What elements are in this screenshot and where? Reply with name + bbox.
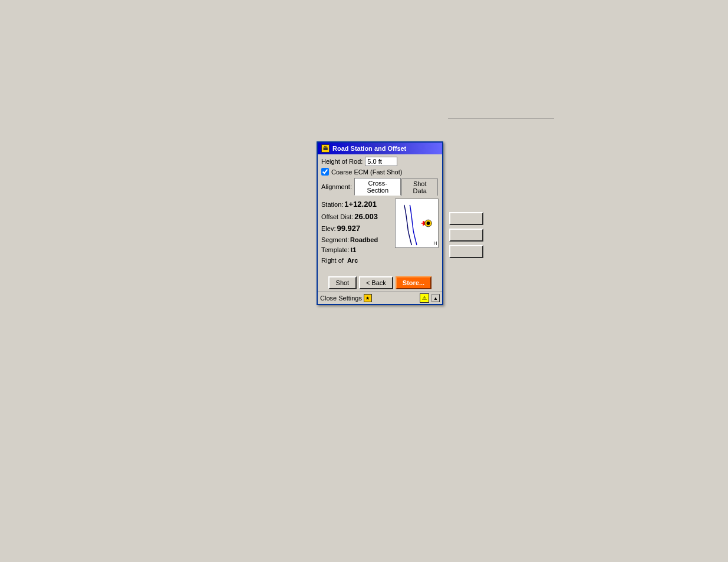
scroll-up-button[interactable]: ▲: [431, 294, 440, 302]
top-separator-line: [448, 118, 554, 118]
right-of-label: Right of: [321, 256, 344, 266]
coarse-ecm-row: Coarse ECM (Fast Shot): [321, 168, 439, 176]
dialog-body: Height of Rod: Coarse ECM (Fast Shot) Al…: [318, 154, 442, 274]
elev-value: 99.927: [337, 223, 360, 234]
segment-row: Segment: Roadbed: [321, 235, 393, 245]
svg-point-3: [427, 222, 430, 225]
svg-text:H: H: [433, 240, 437, 246]
store-button[interactable]: Store...: [396, 276, 431, 289]
right-of-row: Right of Arc: [321, 256, 393, 266]
settings-icon[interactable]: ★: [364, 294, 372, 302]
height-of-rod-input[interactable]: [365, 157, 397, 166]
dialog-title: Road Station and Offset: [332, 145, 406, 152]
station-row: Station: 1+12.201: [321, 199, 393, 210]
dialog-titlebar: 🏔 Road Station and Offset: [318, 143, 442, 154]
height-of-rod-label: Height of Rod:: [321, 158, 363, 165]
data-section: Station: 1+12.201 Offset Dist: 26.003 El…: [321, 199, 439, 266]
right-of-value: Arc: [347, 256, 358, 266]
template-label: Template:: [321, 245, 350, 255]
segment-label: Segment:: [321, 235, 349, 245]
data-fields: Station: 1+12.201 Offset Dist: 26.003 El…: [321, 199, 393, 266]
coarse-ecm-checkbox[interactable]: [321, 168, 329, 176]
close-settings-group: Close Settings ★: [320, 294, 372, 302]
button-row: Shot < Back Store...: [318, 274, 442, 292]
template-row: Template: t1: [321, 245, 393, 255]
status-bar: Close Settings ★ ⚠ ▲: [318, 292, 442, 304]
separator: [321, 268, 439, 272]
side-buttons-group: [449, 212, 483, 258]
segment-value: Roadbed: [350, 235, 378, 245]
offset-dist-row: Offset Dist: 26.003: [321, 211, 393, 223]
shot-button[interactable]: Shot: [328, 276, 357, 289]
cross-section-svg: H: [396, 199, 438, 247]
close-settings-text: Close Settings: [320, 295, 362, 302]
back-button[interactable]: < Back: [359, 276, 393, 289]
cross-section-diagram: H: [395, 199, 439, 248]
side-button-1[interactable]: [449, 212, 483, 225]
template-value: t1: [351, 245, 357, 255]
elev-label: Elev:: [321, 224, 335, 234]
side-button-3[interactable]: [449, 245, 483, 258]
station-label: Station:: [321, 200, 343, 210]
title-icon: 🏔: [321, 144, 330, 153]
station-value: 1+12.201: [344, 199, 377, 210]
offset-dist-label: Offset Dist:: [321, 212, 353, 222]
road-station-dialog: 🏔 Road Station and Offset Height of Rod:…: [317, 141, 443, 305]
coarse-ecm-label: Coarse ECM (Fast Shot): [331, 168, 402, 176]
height-of-rod-row: Height of Rod:: [321, 157, 439, 166]
elev-row: Elev: 99.927: [321, 223, 393, 234]
tab-cross-section[interactable]: Cross-Section: [354, 178, 401, 196]
tab-shot-data[interactable]: Shot Data: [401, 178, 438, 196]
warning-icon: ⚠: [420, 293, 429, 303]
alignment-row: Alignment: Cross-Section Shot Data: [321, 178, 439, 196]
alignment-label: Alignment:: [321, 183, 352, 190]
offset-dist-value: 26.003: [354, 211, 378, 223]
side-button-2[interactable]: [449, 229, 483, 242]
